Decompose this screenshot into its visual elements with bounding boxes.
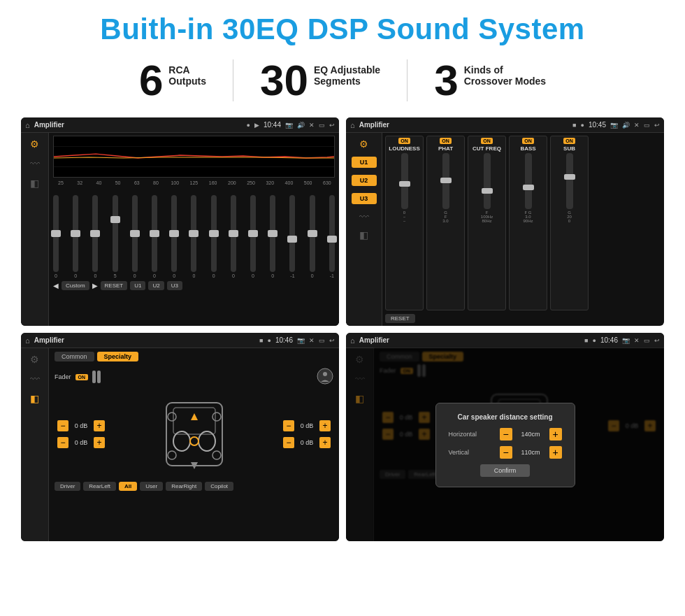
speaker-icon-2[interactable]: 🔊	[622, 122, 630, 129]
close-icon-2[interactable]: ✕	[634, 122, 640, 129]
eq-slider-14[interactable]: -1	[329, 195, 335, 278]
db-plus-br[interactable]: +	[319, 437, 331, 448]
horizontal-minus-btn[interactable]: −	[500, 428, 512, 440]
person-settings-icon[interactable]	[317, 368, 333, 385]
minimize-icon-1[interactable]: ▭	[319, 122, 325, 129]
home-icon-4[interactable]: ⌂	[350, 336, 355, 345]
camera-icon-2[interactable]: 📷	[610, 122, 618, 129]
eq-slider-9[interactable]: 0	[231, 195, 236, 278]
speaker-icon-1[interactable]: 🔊	[297, 122, 305, 129]
slider-loudness[interactable]	[401, 153, 408, 209]
play-icon-1[interactable]: ▶	[254, 122, 259, 129]
db-plus-tr[interactable]: +	[319, 420, 331, 431]
db-minus-tl[interactable]: −	[57, 420, 68, 431]
wave-icon-3[interactable]: 〰	[30, 373, 40, 385]
close-icon-4[interactable]: ✕	[634, 337, 640, 344]
minimize-icon-2[interactable]: ▭	[644, 122, 650, 129]
wave-icon[interactable]: 〰	[30, 158, 40, 169]
home-icon[interactable]: ⌂	[25, 121, 30, 129]
eq-icon[interactable]: ⚙	[30, 138, 39, 150]
u3-btn[interactable]: U3	[352, 193, 377, 204]
rearright-btn[interactable]: RearRight	[166, 482, 202, 491]
tab-common-3[interactable]: Common	[55, 352, 94, 361]
eq-slider-1[interactable]: 0	[73, 195, 78, 278]
all-btn[interactable]: All	[119, 482, 137, 491]
eq-custom-btn[interactable]: Custom	[62, 281, 89, 290]
on-phat[interactable]: ON	[440, 138, 452, 144]
on-bass[interactable]: ON	[522, 138, 534, 144]
camera-icon-3[interactable]: 📷	[297, 337, 305, 344]
eq-u3-btn[interactable]: U3	[167, 281, 182, 290]
db-minus-br[interactable]: −	[283, 437, 294, 448]
home-icon-2[interactable]: ⌂	[350, 121, 355, 129]
db-minus-bl[interactable]: −	[57, 437, 68, 448]
back-icon-1[interactable]: ↩	[329, 122, 335, 129]
minimize-icon-3[interactable]: ▭	[319, 337, 325, 344]
eq-slider-2[interactable]: 0	[92, 195, 98, 278]
eq-slider-10[interactable]: 0	[250, 195, 256, 278]
eq-u2-btn[interactable]: U2	[148, 281, 164, 290]
camera-icon-1[interactable]: 📷	[285, 122, 293, 129]
crossover-reset-btn[interactable]: RESET	[385, 314, 415, 323]
u2-btn[interactable]: U2	[352, 175, 377, 186]
eq-next-arrow[interactable]: ▶	[92, 282, 98, 289]
db-minus-tr[interactable]: −	[283, 420, 294, 431]
user-btn[interactable]: User	[140, 482, 163, 491]
speaker-small-icon-2[interactable]: ◧	[359, 229, 368, 241]
wave-icon-2[interactable]: 〰	[359, 211, 369, 222]
on-cutfreq[interactable]: ON	[481, 138, 493, 144]
speaker-icon-3[interactable]: ◧	[30, 393, 39, 404]
rearleft-btn[interactable]: RearLeft	[83, 482, 116, 491]
screens-grid: ⌂ Amplifier ● ▶ 10:44 📷 🔊 ✕ ▭ ↩ ⚙ 〰 ◧	[21, 117, 664, 541]
vertical-minus-btn[interactable]: −	[500, 446, 512, 459]
eq-slider-6[interactable]: 0	[171, 195, 177, 278]
eq-label-100: 100	[167, 180, 182, 185]
slider-phat[interactable]	[442, 153, 449, 209]
eq-prev-arrow[interactable]: ◀	[53, 282, 59, 289]
home-icon-3[interactable]: ⌂	[25, 336, 30, 345]
eq-icon-3[interactable]: ⚙	[30, 354, 39, 365]
eq-label-40: 40	[91, 180, 106, 185]
eq-slider-3[interactable]: 5	[113, 195, 118, 278]
eq-u1-btn[interactable]: U1	[130, 281, 145, 290]
fader-on-badge[interactable]: ON	[75, 374, 89, 380]
eq-slider-0[interactable]: 0	[53, 195, 59, 278]
back-icon-4[interactable]: ↩	[654, 337, 660, 344]
eq-reset-btn[interactable]: RESET	[101, 281, 128, 290]
col-phat: ON PHAT GF3.0	[426, 136, 465, 310]
back-icon-2[interactable]: ↩	[654, 122, 660, 129]
slider-cutfreq[interactable]	[484, 153, 491, 209]
eq-slider-5[interactable]: 0	[152, 195, 157, 278]
fader-slider-2[interactable]	[97, 371, 101, 383]
driver-btn[interactable]: Driver	[55, 482, 80, 491]
db-plus-bl[interactable]: +	[94, 437, 105, 448]
horizontal-plus-btn[interactable]: +	[549, 428, 562, 440]
u1-btn[interactable]: U1	[352, 157, 377, 168]
close-icon-3[interactable]: ✕	[309, 337, 315, 344]
eq-slider-7[interactable]: 0	[191, 195, 196, 278]
close-icon-1[interactable]: ✕	[309, 122, 315, 129]
eq-slider-11[interactable]: 0	[270, 195, 275, 278]
on-loudness[interactable]: ON	[398, 138, 410, 144]
copilot-btn[interactable]: Copilot	[205, 482, 233, 491]
tab-specialty-3[interactable]: Specialty	[97, 352, 139, 361]
eq-slider-8[interactable]: 0	[211, 195, 217, 278]
topbar-4: ⌂ Amplifier ■ ● 10:46 📷 ✕ ▭ ↩	[346, 333, 664, 348]
svg-point-13	[168, 451, 176, 459]
confirm-btn[interactable]: Confirm	[480, 464, 531, 477]
db-plus-tl[interactable]: +	[94, 420, 105, 431]
fader-slider-1[interactable]	[92, 371, 96, 383]
eq-slider-12[interactable]: -1	[289, 195, 295, 278]
eq-slider-13[interactable]: 0	[310, 195, 315, 278]
col-bass: ON BASS F G3.090Hz	[509, 136, 547, 310]
on-sub[interactable]: ON	[563, 138, 575, 144]
slider-sub[interactable]	[566, 153, 573, 209]
slider-bass[interactable]	[525, 153, 532, 209]
vertical-plus-btn[interactable]: +	[549, 446, 562, 459]
camera-icon-4[interactable]: 📷	[622, 337, 630, 344]
eq-icon-2[interactable]: ⚙	[359, 138, 368, 150]
eq-slider-4[interactable]: 0	[132, 195, 138, 278]
speaker-small-icon[interactable]: ◧	[30, 178, 39, 189]
back-icon-3[interactable]: ↩	[329, 337, 335, 344]
minimize-icon-4[interactable]: ▭	[644, 337, 650, 344]
